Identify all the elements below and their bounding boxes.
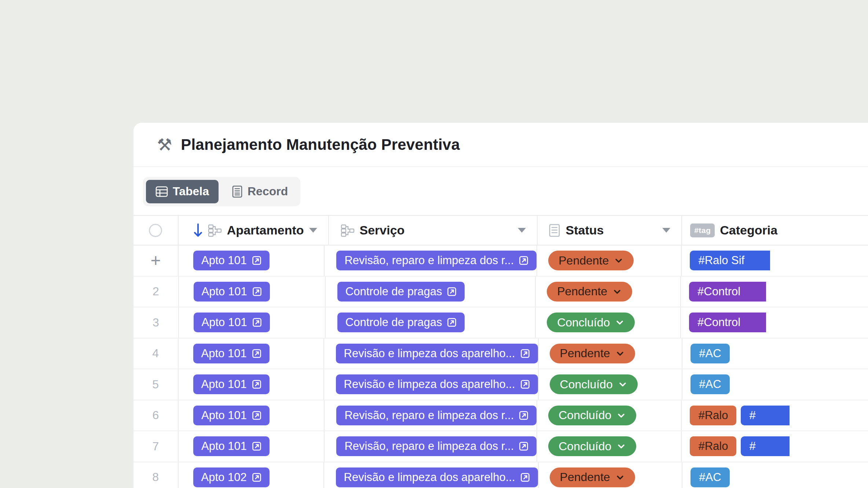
table-grid-icon: [155, 186, 168, 197]
servico-link-badge[interactable]: Revisão, reparo e limpeza dos r...: [336, 436, 536, 456]
category-tag[interactable]: #Ralo: [690, 406, 736, 425]
categoria-cell: #Ralo#: [682, 400, 868, 431]
linked-record-label: Revisão e limpeza dos aparelho...: [344, 378, 515, 391]
servico-link-badge[interactable]: Revisão, reparo e limpeza dos r...: [336, 406, 536, 425]
category-tag[interactable]: #Ralo: [690, 436, 736, 456]
row-number: 7: [153, 440, 159, 453]
tab-record-label: Record: [248, 185, 288, 198]
apartamento-link-badge[interactable]: Apto 101: [193, 251, 270, 270]
apartamento-link-badge[interactable]: Apto 101: [193, 344, 270, 363]
category-tag[interactable]: #Control: [689, 282, 766, 302]
column-menu-caret[interactable]: [662, 228, 670, 233]
category-tag[interactable]: #: [741, 436, 790, 456]
categoria-cell: #Control: [681, 307, 868, 338]
status-select[interactable]: Concluído: [550, 374, 638, 394]
column-menu-caret[interactable]: [518, 228, 526, 233]
servico-cell: Revisão e limpeza dos aparelho...: [324, 339, 539, 369]
tab-tabela[interactable]: Tabela: [146, 180, 219, 203]
category-tag[interactable]: #Control: [689, 313, 766, 332]
column-header-apartamento[interactable]: Apartamento: [179, 216, 329, 245]
status-label: Concluído: [558, 408, 611, 422]
tab-record[interactable]: Record: [222, 180, 297, 203]
row-number-cell: +: [133, 245, 179, 276]
row-number-cell: 2: [133, 277, 179, 307]
column-label: Serviço: [360, 223, 405, 237]
category-tag[interactable]: #: [741, 406, 790, 425]
apartamento-cell: Apto 101: [179, 431, 325, 462]
apartamento-cell: Apto 101: [179, 277, 326, 307]
table-body: +Apto 101Revisão, reparo e limpeza dos r…: [133, 245, 868, 488]
category-tag[interactable]: #AC: [691, 374, 729, 394]
apartamento-link-badge[interactable]: Apto 102: [193, 467, 270, 487]
servico-link-badge[interactable]: Revisão e limpeza dos aparelho...: [336, 374, 538, 394]
apartamento-link-badge[interactable]: Apto 101: [194, 282, 270, 302]
apartamento-link-badge[interactable]: Apto 101: [193, 406, 270, 425]
status-select[interactable]: Pendente: [550, 467, 635, 487]
status-select[interactable]: Concluído: [547, 313, 635, 332]
linked-record-label: Revisão e limpeza dos aparelho...: [344, 471, 515, 484]
servico-link-badge[interactable]: Controle de pragas: [337, 313, 465, 332]
column-header-status[interactable]: Status: [538, 216, 682, 245]
row-number: 5: [152, 378, 159, 391]
status-select[interactable]: Pendente: [547, 282, 632, 302]
table-row: 8Apto 102Revisão e limpeza dos aparelho.…: [133, 462, 868, 488]
page-title: Planejamento Manutenção Preventiva: [181, 136, 460, 154]
status-cell: Concluído: [536, 307, 681, 338]
row-number-cell: 5: [133, 369, 179, 400]
document-icon: [232, 185, 243, 198]
view-toolbar: Tabela Record: [133, 167, 868, 216]
linked-record-label: Apto 101: [201, 254, 247, 267]
chevron-down-icon: [615, 473, 625, 482]
status-cell: Concluído: [537, 431, 682, 462]
servico-link-badge[interactable]: Controle de pragas: [337, 282, 465, 302]
apartamento-link-badge[interactable]: Apto 101: [193, 374, 270, 394]
column-header-servico[interactable]: Serviço: [329, 216, 538, 245]
table-row: 4Apto 101Revisão e limpeza dos aparelho.…: [133, 339, 868, 370]
status-label: Pendente: [558, 254, 609, 267]
categoria-cell: #Ralo Sif: [682, 245, 868, 276]
open-record-icon: [520, 472, 531, 483]
apartamento-cell: Apto 101: [179, 245, 325, 276]
status-label: Concluído: [557, 316, 610, 329]
table-row: 6Apto 101Revisão, reparo e limpeza dos r…: [133, 400, 868, 432]
add-row-button[interactable]: +: [150, 252, 161, 269]
status-select[interactable]: Concluído: [548, 436, 636, 456]
status-select[interactable]: Concluído: [548, 406, 636, 425]
category-tag[interactable]: #Ralo Sif: [690, 251, 770, 270]
column-label: Categoria: [720, 223, 777, 237]
linked-record-label: Revisão, reparo e limpeza dos r...: [344, 409, 514, 422]
column-menu-caret[interactable]: [309, 228, 317, 233]
row-number: 3: [153, 316, 159, 329]
table-row: 3Apto 101Controle de pragasConcluído#Con…: [133, 307, 868, 339]
status-cell: Concluído: [539, 369, 683, 400]
tag-field-icon: #tag: [690, 223, 715, 237]
view-tabs: Tabela Record: [143, 177, 300, 206]
category-tag[interactable]: #AC: [691, 344, 729, 363]
apartamento-link-badge[interactable]: Apto 101: [193, 436, 270, 456]
linked-record-label: Apto 101: [202, 316, 247, 329]
data-grid: Apartamento Serviço: [133, 215, 868, 488]
open-record-icon: [518, 441, 529, 452]
select-all-circle[interactable]: [149, 224, 162, 237]
row-number: 2: [153, 285, 159, 298]
open-record-icon: [251, 379, 262, 390]
status-select[interactable]: Pendente: [550, 344, 635, 363]
open-record-icon: [520, 379, 531, 390]
row-number-cell: 7: [133, 431, 179, 462]
categoria-cell: #Control: [681, 277, 868, 307]
column-header-categoria[interactable]: #tag Categoria: [682, 216, 868, 245]
linked-record-label: Apto 101: [201, 409, 247, 422]
linked-record-label: Apto 101: [201, 347, 247, 360]
status-select[interactable]: Pendente: [548, 251, 634, 270]
open-record-icon: [446, 317, 457, 328]
servico-link-badge[interactable]: Revisão, reparo e limpeza dos r...: [336, 251, 536, 270]
table-row: 5Apto 101Revisão e limpeza dos aparelho.…: [133, 369, 868, 400]
table-row: 2Apto 101Controle de pragasPendente#Cont…: [133, 277, 868, 308]
apartamento-link-badge[interactable]: Apto 101: [194, 313, 270, 332]
servico-link-badge[interactable]: Revisão e limpeza dos aparelho...: [336, 344, 538, 363]
servico-cell: Controle de pragas: [326, 307, 536, 338]
column-label: Apartamento: [227, 223, 304, 237]
category-tag[interactable]: #AC: [691, 467, 729, 487]
servico-link-badge[interactable]: Revisão e limpeza dos aparelho...: [336, 467, 538, 487]
open-record-icon: [520, 348, 531, 359]
